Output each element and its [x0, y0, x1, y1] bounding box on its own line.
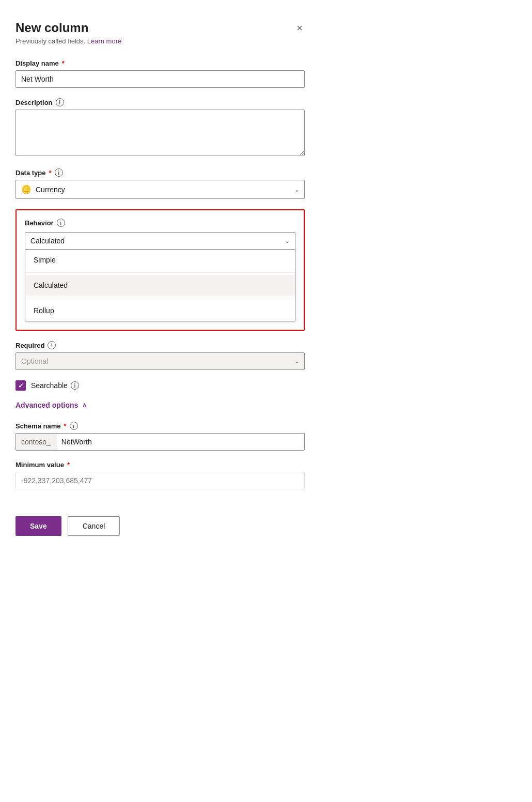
display-name-label: Display name *	[15, 59, 305, 67]
cancel-button[interactable]: Cancel	[68, 516, 120, 536]
required-star-schema: *	[64, 422, 66, 430]
currency-icon: 🪙	[21, 184, 32, 194]
schema-name-label: Schema name * i	[15, 422, 305, 430]
description-input[interactable]	[15, 110, 305, 156]
behavior-selected-display[interactable]: Calculated ⌄	[25, 232, 295, 250]
required-star: *	[62, 59, 65, 67]
behavior-section: Behavior i Calculated ⌄ Simple Calculate…	[15, 209, 305, 331]
required-select[interactable]: Optional ⌄	[15, 352, 305, 370]
required-display[interactable]: Optional	[15, 352, 305, 370]
page-title: New column	[15, 21, 88, 35]
data-type-select[interactable]: 🪙 Currency ⌄	[15, 180, 305, 199]
dropdown-divider-2	[25, 298, 295, 298]
minimum-value-input[interactable]	[15, 472, 305, 489]
required-info-icon: i	[48, 341, 56, 349]
schema-name-info-icon: i	[70, 422, 78, 430]
required-label: Required i	[15, 341, 305, 349]
schema-name-group: Schema name * i contoso_	[15, 422, 305, 451]
subtitle: Previously called fields. Learn more	[15, 37, 305, 45]
required-star-dtype: *	[49, 169, 52, 177]
schema-input-row: contoso_	[15, 433, 305, 451]
data-type-info-icon: i	[55, 168, 63, 177]
minimum-value-group: Minimum value *	[15, 461, 305, 489]
advanced-options-chevron-icon: ∧	[82, 402, 87, 409]
searchable-label: Searchable i	[31, 381, 79, 390]
behavior-dropdown-list: Simple Calculated Rollup	[25, 250, 295, 321]
panel-header: New column ×	[15, 21, 305, 35]
behavior-info-icon: i	[57, 219, 65, 227]
required-group: Required i Optional ⌄	[15, 341, 305, 370]
searchable-row: Searchable i	[15, 380, 305, 391]
behavior-option-simple[interactable]: Simple	[25, 250, 295, 270]
data-type-group: Data type * i 🪙 Currency ⌄	[15, 168, 305, 199]
behavior-option-calculated[interactable]: Calculated	[25, 275, 295, 296]
behavior-label: Behavior i	[25, 219, 295, 227]
action-buttons: Save Cancel	[15, 506, 305, 536]
schema-prefix: contoso_	[16, 434, 56, 450]
display-name-input[interactable]	[15, 70, 305, 88]
behavior-chevron-icon: ⌄	[285, 237, 290, 244]
searchable-info-icon: i	[71, 381, 79, 390]
searchable-checkbox[interactable]	[15, 380, 26, 391]
new-column-panel: New column × Previously called fields. L…	[15, 21, 305, 536]
schema-value-input[interactable]	[56, 434, 304, 450]
learn-more-link[interactable]: Learn more	[87, 37, 121, 45]
behavior-option-rollup[interactable]: Rollup	[25, 300, 295, 321]
behavior-dropdown[interactable]: Calculated ⌄ Simple Calculated Rollup	[25, 232, 295, 321]
required-star-min: *	[67, 461, 70, 469]
close-button[interactable]: ×	[294, 21, 305, 35]
display-name-group: Display name *	[15, 59, 305, 88]
data-type-display[interactable]: 🪙 Currency	[15, 180, 305, 199]
dropdown-divider-1	[25, 272, 295, 273]
minimum-value-label: Minimum value *	[15, 461, 305, 469]
description-label: Description i	[15, 98, 305, 106]
description-info-icon: i	[56, 98, 64, 106]
description-group: Description i	[15, 98, 305, 158]
subtitle-text: Previously called fields.	[15, 37, 85, 45]
data-type-label: Data type * i	[15, 168, 305, 177]
advanced-options-toggle[interactable]: Advanced options ∧	[15, 401, 87, 409]
save-button[interactable]: Save	[15, 516, 61, 536]
